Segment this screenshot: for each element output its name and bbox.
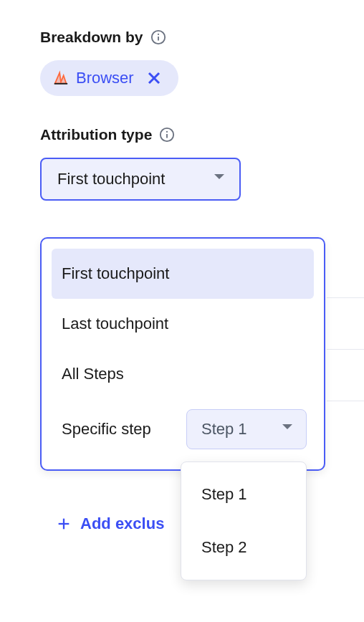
step-option-2[interactable]: Step 2 [181,521,306,574]
svg-point-8 [166,131,168,133]
info-icon[interactable] [150,29,166,45]
remove-chip-icon[interactable] [145,70,163,87]
divider [327,401,364,401]
chevron-down-icon [282,424,293,435]
attribution-type-text: Attribution type [40,126,152,143]
option-label: First touchpoint [62,264,169,282]
option-label: Specific step [62,420,151,439]
divider [327,349,364,350]
breakdown-by-label: Breakdown by [40,29,364,46]
browser-icon [53,70,69,86]
option-label: Last touchpoint [62,315,168,332]
breakdown-by-text: Breakdown by [40,29,143,46]
option-last-touchpoint[interactable]: Last touchpoint [52,299,314,349]
specific-step-select[interactable]: Step 1 [186,409,307,449]
divider [327,297,364,298]
step-option-1[interactable]: Step 1 [181,468,306,521]
add-exclusion-label: Add exclus [80,515,164,533]
chevron-down-icon [214,173,225,185]
step-option-label: Step 1 [201,485,247,503]
option-label: All Steps [62,365,124,383]
option-all-steps[interactable]: All Steps [52,349,314,399]
add-exclusion-button[interactable]: Add exclus [56,515,164,533]
attribution-type-select[interactable]: First touchpoint [40,158,241,201]
info-icon[interactable] [159,127,175,143]
step-option-label: Step 2 [201,538,247,556]
specific-step-dropdown-panel: Step 1 Step 2 [181,461,307,580]
specific-step-selected-value: Step 1 [201,420,247,439]
plus-icon [56,516,72,532]
breakdown-chip-label: Browser [76,69,134,87]
attribution-dropdown-panel: First touchpoint Last touchpoint All Ste… [40,237,325,471]
option-specific-step[interactable]: Specific step Step 1 [52,399,314,459]
option-first-touchpoint[interactable]: First touchpoint [52,249,314,299]
attribution-type-label: Attribution type [40,126,364,143]
svg-point-2 [157,34,158,35]
attribution-type-selected-value: First touchpoint [57,170,165,188]
breakdown-chip-browser[interactable]: Browser [40,60,178,96]
